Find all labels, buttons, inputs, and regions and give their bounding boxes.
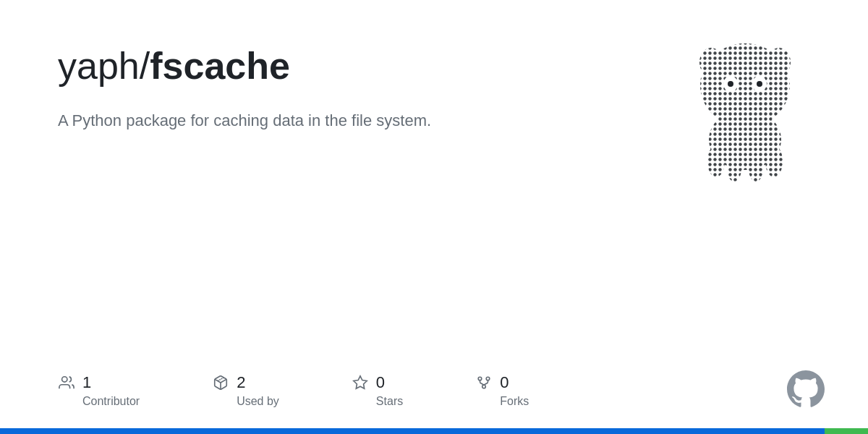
stat-stars-top: 0 bbox=[352, 373, 385, 392]
svg-point-18 bbox=[478, 377, 482, 380]
bottom-bar-green bbox=[825, 428, 868, 434]
svg-point-19 bbox=[486, 377, 490, 380]
contributors-label: Contributor bbox=[58, 395, 140, 408]
repo-card: yaph/fscache A Python package for cachin… bbox=[0, 0, 868, 434]
svg-point-14 bbox=[62, 377, 67, 382]
package-icon bbox=[212, 374, 229, 391]
stats-row: 1 Contributor 2 Used by bbox=[0, 353, 868, 434]
used-by-label: Used by bbox=[212, 395, 279, 408]
stars-count: 0 bbox=[376, 373, 385, 392]
svg-line-16 bbox=[218, 378, 224, 381]
stat-used-by[interactable]: 2 Used by bbox=[212, 373, 279, 408]
svg-point-20 bbox=[482, 385, 486, 388]
people-icon bbox=[58, 374, 75, 391]
main-content: yaph/fscache A Python package for cachin… bbox=[0, 0, 868, 353]
github-avatar-illustration bbox=[662, 20, 828, 187]
stat-forks-top: 0 bbox=[475, 373, 509, 392]
stat-contributors[interactable]: 1 Contributor bbox=[58, 373, 140, 408]
repo-description: A Python package for caching data in the… bbox=[58, 109, 477, 132]
used-by-count: 2 bbox=[237, 373, 245, 392]
stat-stars[interactable]: 0 Stars bbox=[352, 373, 403, 408]
svg-point-12 bbox=[728, 81, 733, 87]
repo-name: fscache bbox=[150, 45, 290, 87]
stat-used-by-top: 2 bbox=[212, 373, 245, 392]
forks-label: Forks bbox=[475, 395, 529, 408]
svg-marker-17 bbox=[354, 376, 367, 388]
svg-point-13 bbox=[757, 81, 762, 87]
stat-contributors-top: 1 bbox=[58, 373, 91, 392]
stars-label: Stars bbox=[352, 395, 403, 408]
bottom-bar bbox=[0, 428, 868, 434]
fork-icon bbox=[475, 374, 493, 391]
svg-rect-11 bbox=[662, 20, 828, 187]
github-logo[interactable] bbox=[787, 370, 825, 408]
repo-owner: yaph/ bbox=[58, 45, 150, 87]
stat-forks[interactable]: 0 Forks bbox=[475, 373, 529, 408]
star-icon bbox=[352, 374, 369, 391]
forks-count: 0 bbox=[500, 373, 509, 392]
contributors-count: 1 bbox=[82, 373, 91, 392]
